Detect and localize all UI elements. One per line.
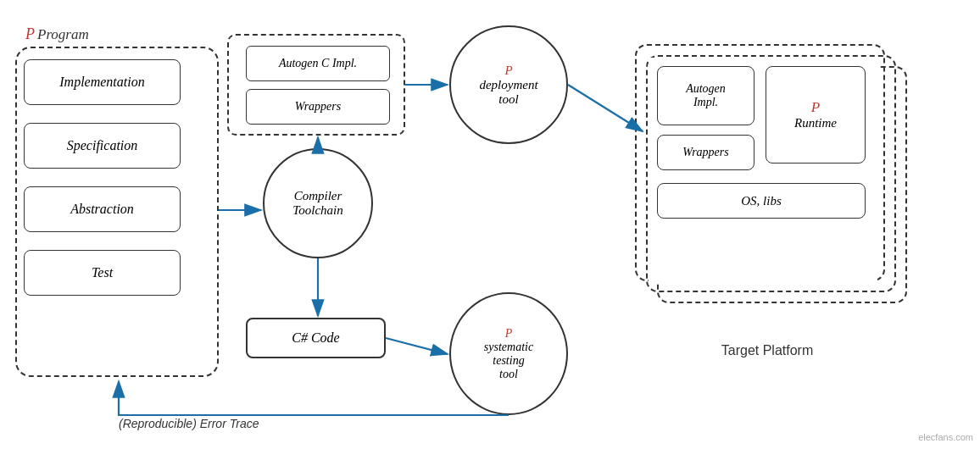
p-runtime-box: P Runtime: [766, 66, 866, 164]
test-box: Test: [24, 250, 181, 296]
csharp-code-box: C# Code: [246, 318, 386, 358]
wrappers-top-label: Wrappers: [295, 100, 341, 114]
diagram: PProgram Implementation Specification Ab…: [0, 0, 980, 449]
deployment-tool-circle: P deployment tool: [449, 25, 568, 144]
deploy-p-letter: P: [504, 64, 512, 77]
testing-p-letter: P: [505, 327, 513, 340]
watermark: elecfans.com: [918, 432, 973, 442]
target-platform-label: Target Platform: [649, 343, 886, 358]
abstraction-box: Abstraction: [24, 186, 181, 232]
csharp-label: C# Code: [292, 330, 339, 346]
compiler-label: CompilerToolchain: [292, 189, 342, 218]
deployment-label: P deployment tool: [479, 64, 537, 107]
os-libs-label: OS, libs: [741, 194, 782, 208]
implementation-box: Implementation: [24, 59, 181, 105]
autogen-impl-box: AutogenImpl.: [657, 66, 754, 125]
autogen-c-impl-label: Autogen C Impl.: [279, 57, 357, 70]
wrappers-small-box: Wrappers: [657, 135, 754, 170]
os-libs-box: OS, libs: [657, 183, 866, 219]
target-platform-outer: AutogenImpl. P Runtime Wrappers OS, libs: [632, 41, 920, 329]
program-word: Program: [37, 26, 89, 42]
target-inner-content: AutogenImpl. P Runtime Wrappers OS, libs: [649, 58, 877, 282]
testing-label: P systematic testing tool: [484, 327, 533, 381]
specification-box: Specification: [24, 123, 181, 169]
autogen-c-impl-box: Autogen C Impl.: [246, 46, 390, 81]
testing-tool-circle: P systematic testing tool: [449, 292, 568, 415]
wrappers-small-label: Wrappers: [682, 146, 728, 159]
wrappers-top-box: Wrappers: [246, 89, 390, 125]
svg-line-6: [386, 338, 448, 354]
autogen-outer-box: Autogen C Impl. Wrappers: [227, 34, 405, 136]
p-letter: P: [25, 25, 35, 42]
autogen-impl-label: AutogenImpl.: [686, 82, 726, 109]
specification-label: Specification: [67, 138, 138, 153]
p-program-label: PProgram: [25, 25, 89, 43]
runtime-p-letter: P: [811, 99, 820, 116]
compiler-toolchain-circle: CompilerToolchain: [263, 148, 373, 258]
runtime-label: Runtime: [794, 116, 837, 130]
error-trace-label: (Reproducible) Error Trace: [119, 417, 259, 430]
test-label: Test: [92, 265, 113, 280]
implementation-label: Implementation: [59, 75, 144, 90]
abstraction-label: Abstraction: [70, 202, 134, 217]
